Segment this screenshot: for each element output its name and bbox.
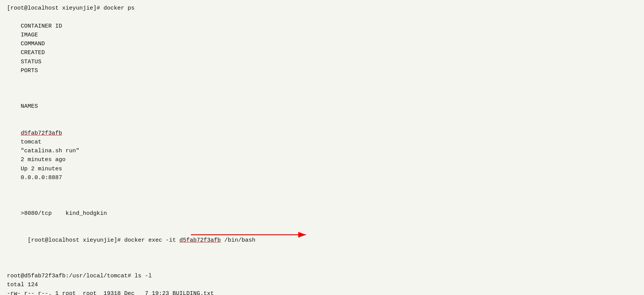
terminal: [root@localhost xieyunjie]# docker ps CO… bbox=[7, 4, 637, 295]
arrow-svg bbox=[191, 229, 314, 241]
docker-ps-command: [root@localhost xieyunjie]# docker ps bbox=[7, 4, 637, 13]
container-id-1: d5fab72f3afb bbox=[21, 129, 94, 138]
bash-prompt: root@d5fab72f3afb:/usr/local/tomcat# ls … bbox=[7, 272, 637, 280]
header-row-2: NAMES bbox=[7, 84, 637, 120]
header-row-1: CONTAINER ID IMAGE COMMAND CREATED STATU… bbox=[7, 13, 637, 84]
exec-command: [root@localhost xieyunjie]# docker exec … bbox=[7, 227, 637, 271]
file-building: -rw- r-- r--. 1 root root 19318 Dec 7 19… bbox=[7, 289, 637, 295]
container-row-1: d5fab72f3afb tomcat "catalina.sh run" 2 … bbox=[7, 120, 637, 191]
exec-cmd-row: [root@localhost xieyunjie]# docker exec … bbox=[7, 227, 637, 271]
total-line: total 124 bbox=[7, 280, 637, 289]
container-row-2: >8080/tcp kind_hodgkin bbox=[7, 191, 637, 227]
